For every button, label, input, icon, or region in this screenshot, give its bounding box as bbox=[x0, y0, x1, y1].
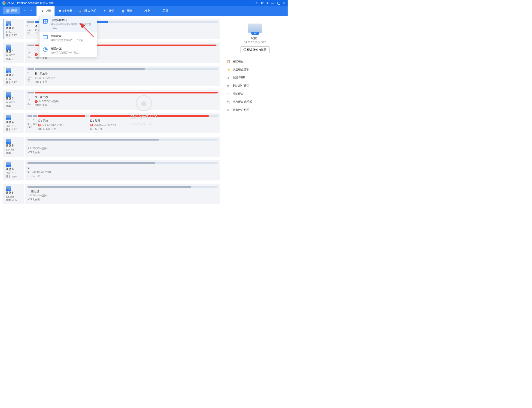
action-icon: 🗑 bbox=[227, 84, 230, 88]
disk-row[interactable]: 硬盘 6 931.51GB 基本 MBR G： 931.51GB(33%空闲) … bbox=[3, 160, 220, 180]
disk-size: 14.55TB bbox=[6, 54, 21, 57]
minimize-icon[interactable]: — bbox=[271, 1, 274, 5]
part-label: H： bbox=[27, 142, 218, 146]
tab-label: 擦除 bbox=[126, 9, 132, 13]
partition-block[interactable]: N：新加卷 !14.55TB(1%空闲) NTFS,主要 bbox=[35, 92, 218, 108]
disk-icon bbox=[6, 162, 11, 166]
disk-partitions: H： 3.64TB(31%空闲) NTFS,主要 bbox=[25, 137, 220, 157]
partition-block[interactable]: D：软件 !661.16GB(7%空闲) NTFS,主要 bbox=[90, 115, 218, 131]
tools-icon: ⊞ bbox=[157, 9, 161, 13]
disk-row[interactable]: 硬盘 8 1.82TB 基本 MBR I：搬运盘 1.82TB(14%空闲) N… bbox=[3, 184, 220, 204]
partition-small[interactable]: *: 15... 其... bbox=[27, 68, 34, 84]
toolbar-tab-tools[interactable]: ⊞工具 bbox=[154, 6, 172, 16]
toolbar-tab-free[interactable]: 🧹释放空间 bbox=[76, 6, 100, 16]
partition-block[interactable]: C：系统 !270.13GB(9%空闲) NTFS,系统,主要 bbox=[38, 115, 89, 131]
tab-label: 转换器 bbox=[63, 9, 72, 13]
side-action[interactable]: ⊕重建 MBR bbox=[226, 74, 284, 81]
partition-block[interactable]: G： 931.51GB(33%空闲) NTFS,主要 bbox=[27, 162, 218, 178]
toolbar-tab-undo[interactable]: ↶撤销 bbox=[100, 6, 118, 16]
part-size: !661.16GB(7%空闲) bbox=[90, 123, 218, 127]
side-action[interactable]: ⊘擦除硬盘 bbox=[226, 90, 284, 98]
partition-small[interactable]: *: 128... bbox=[33, 115, 37, 131]
disk-type: 基本 GPT bbox=[6, 34, 21, 37]
maximize-icon[interactable]: ▢ bbox=[277, 1, 280, 5]
part-letter: *: bbox=[27, 95, 34, 99]
apply-label: 应用 bbox=[11, 9, 17, 13]
action-label: 克隆硬盘 bbox=[233, 60, 244, 63]
part-label: G： bbox=[27, 166, 218, 170]
menu-icon[interactable]: ≡ bbox=[267, 1, 268, 5]
part-fs: NTFS,主要 bbox=[35, 57, 218, 60]
part-label: E：新加卷 bbox=[35, 72, 218, 76]
toolbar-tab-clone[interactable]: ➜克隆 bbox=[36, 6, 54, 16]
app-title: AOMEI Partition Assistant 技术人员版 bbox=[7, 1, 255, 5]
part-letter: *: bbox=[27, 72, 34, 75]
health-label: 硬盘属性与健康 bbox=[247, 48, 267, 51]
side-action[interactable]: 🗑删除所有分区 bbox=[226, 82, 284, 90]
dropdown-desc: 将系统和启动分区克隆到SSD或其他HDD。 bbox=[51, 23, 94, 30]
disk-row[interactable]: 硬盘 2 14.55TB 基本 GPT *: 15... 其... E：新加卷 … bbox=[3, 66, 220, 86]
refresh-icon[interactable]: ⟳ bbox=[261, 1, 264, 5]
disk-row[interactable]: 硬盘 5 3.64TB 基本 GPT H： 3.64TB(31%空闲) NTFS… bbox=[3, 137, 220, 157]
toolbar: ✓ 应用 ↶ ↷ ➜克隆⇄转换器🧹释放空间↶撤销▦擦除〰检测⊞工具 bbox=[0, 6, 288, 16]
disk-row[interactable]: 硬盘 1 14.55TB 基本 GPT *: 15... 其... F：新加卷 … bbox=[3, 42, 220, 63]
partition-small[interactable]: *: 99... FAT... bbox=[27, 115, 32, 131]
undo-icon[interactable]: ↶ bbox=[24, 9, 26, 13]
side-action[interactable]: ⊞硬盘碎片整理 bbox=[226, 106, 284, 114]
dropdown-item-1[interactable]: 克隆硬盘将整个硬盘克隆到另一个硬盘。 bbox=[40, 32, 97, 44]
disk-row[interactable]: 硬盘 0 14.55TB 基本 GPT *: 15... 其... M 14..… bbox=[3, 19, 220, 39]
toolbar-tab-convert[interactable]: ⇄转换器 bbox=[54, 6, 76, 16]
tab-label: 工具 bbox=[162, 9, 168, 13]
action-label: 硬盘碎片整理 bbox=[233, 108, 249, 112]
toolbar-tab-wipe[interactable]: ▦擦除 bbox=[118, 6, 136, 16]
disk-size: 931.51GB bbox=[6, 172, 21, 174]
toolbar-tab-check[interactable]: 〰检测 bbox=[136, 6, 154, 16]
dropdown-item-2[interactable]: 克隆分区将分区克隆到另一个硬盘。 bbox=[40, 44, 97, 57]
warning-icon: ! bbox=[35, 100, 38, 103]
part-label: C：系统 bbox=[38, 119, 89, 123]
disk-type: 基本 GPT bbox=[6, 104, 21, 108]
disk-size: 3.64TB bbox=[6, 148, 21, 151]
disk-icon bbox=[6, 68, 11, 72]
dropdown-item-0[interactable]: 迁移操作系统将系统和启动分区克隆到SSD或其他HDD。 bbox=[40, 16, 97, 32]
warning-icon: ! bbox=[35, 53, 38, 56]
free-icon: 🧹 bbox=[79, 9, 83, 13]
part-fs: NTFS,主要 bbox=[27, 151, 218, 154]
disk-info-card: 硬盘 0 14.55TB 基本 GPT bbox=[3, 19, 24, 39]
disk-row[interactable]: 硬盘 4 931.51GB 基本 GPT *: 99... FAT... *: … bbox=[3, 113, 220, 133]
disk-row[interactable]: 硬盘 3 14.55TB 基本 GPT *: 15... 其... N：新加卷 … bbox=[3, 90, 220, 110]
disk-type: 基本 MBR bbox=[6, 198, 21, 202]
apply-button[interactable]: ✓ 应用 bbox=[3, 7, 20, 14]
part-size: 15... bbox=[27, 52, 34, 55]
disk-info-card: 硬盘 3 14.55TB 基本 GPT bbox=[3, 90, 24, 110]
part-fs: NTFS,主要 bbox=[27, 174, 218, 178]
side-action[interactable]: 📋克隆硬盘 bbox=[226, 58, 284, 65]
side-action[interactable]: ⚡快速硬盘分割 bbox=[226, 66, 284, 73]
partition-block[interactable]: E：新加卷 14.55TB(40%空闲) NTFS,主要 bbox=[35, 68, 218, 84]
tab-label: 检测 bbox=[144, 9, 150, 13]
star-icon[interactable]: ☆ bbox=[255, 1, 258, 5]
redo-icon[interactable]: ↷ bbox=[29, 9, 32, 13]
partition-block[interactable]: I：搬运盘 1.82TB(14%空闲) NTFS,主要 bbox=[27, 186, 218, 202]
disk-info-card: 硬盘 2 14.55TB 基本 GPT bbox=[3, 66, 24, 86]
close-icon[interactable]: ✕ bbox=[283, 1, 286, 5]
warning-icon: ! bbox=[38, 124, 41, 127]
side-action[interactable]: 🔧动态硬盘管理器 bbox=[226, 98, 284, 106]
disk-name: 硬盘 6 bbox=[6, 167, 21, 171]
disk-health-button[interactable]: ⓘ 硬盘属性与健康 bbox=[240, 46, 269, 53]
clone-dropdown: 迁移操作系统将系统和启动分区克隆到SSD或其他HDD。克隆硬盘将整个硬盘克隆到另… bbox=[39, 16, 97, 57]
partition-block[interactable]: H： 3.64TB(31%空闲) NTFS,主要 bbox=[27, 139, 218, 155]
undo-icon: ↶ bbox=[103, 9, 107, 13]
partition-small[interactable]: *: 15... 其... bbox=[27, 21, 34, 37]
partition-small[interactable]: *: 15... 其... bbox=[27, 92, 34, 108]
part-fs: 其... bbox=[27, 55, 34, 59]
undo-redo-group: ↶ ↷ bbox=[24, 9, 32, 13]
disk-icon bbox=[6, 92, 11, 95]
disk-name: 硬盘 2 bbox=[6, 73, 21, 77]
part-size: 15... bbox=[27, 76, 34, 78]
action-label: 动态硬盘管理器 bbox=[233, 100, 252, 104]
part-size: 3.64TB(31%空闲) bbox=[27, 147, 218, 150]
partition-small[interactable]: *: 15... 其... bbox=[27, 44, 34, 61]
part-size: 128... bbox=[33, 123, 37, 125]
disk-list-panel: 硬盘 0 14.55TB 基本 GPT *: 15... 其... M 14..… bbox=[0, 16, 222, 221]
